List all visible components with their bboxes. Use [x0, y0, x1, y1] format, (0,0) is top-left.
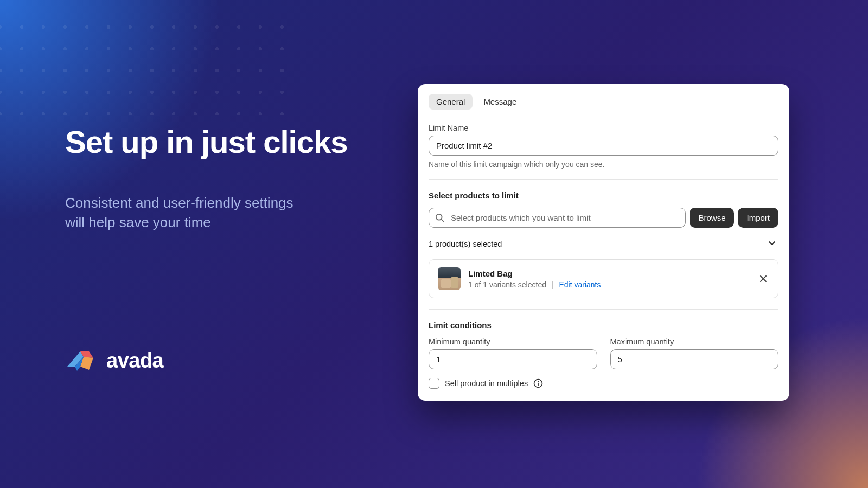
svg-point-3 — [538, 381, 539, 382]
browse-button[interactable]: Browse — [690, 208, 734, 228]
variants-selected-text: 1 of 1 variants selected — [468, 280, 546, 289]
hero-subtitle: Consistent and user-friendly settings wi… — [65, 193, 369, 233]
limit-name-help: Name of this limit campaign which only y… — [429, 160, 778, 169]
tabs: General Message — [429, 94, 778, 110]
min-qty-label: Minimum quantity — [429, 337, 597, 346]
settings-card: General Message Limit Name Name of this … — [418, 84, 789, 401]
limit-name-label: Limit Name — [429, 124, 778, 132]
select-products-title: Select products to limit — [429, 191, 778, 200]
max-qty-input[interactable] — [610, 349, 779, 369]
product-info: Limted Bag 1 of 1 variants selected | Ed… — [468, 269, 750, 289]
sell-multiples-checkbox[interactable] — [429, 378, 439, 389]
product-thumbnail — [438, 267, 461, 290]
dots-pattern — [0, 16, 293, 125]
tab-message[interactable]: Message — [476, 94, 524, 110]
import-button[interactable]: Import — [738, 208, 778, 228]
brand-logo: avada — [65, 347, 163, 374]
remove-product-button[interactable] — [757, 271, 769, 287]
product-search-input[interactable] — [429, 208, 686, 228]
hero-subtitle-line1: Consistent and user-friendly settings — [65, 195, 293, 211]
product-card: Limted Bag 1 of 1 variants selected | Ed… — [429, 259, 778, 298]
brand-name: avada — [106, 349, 163, 373]
hero-section: Set up in just clicks Consistent and use… — [65, 125, 369, 233]
chevron-down-icon[interactable] — [765, 236, 778, 252]
svg-line-1 — [442, 219, 444, 222]
search-icon — [435, 213, 445, 223]
svg-point-0 — [436, 214, 442, 220]
limit-conditions-title: Limit conditions — [429, 320, 778, 330]
max-qty-label: Maximum quantity — [610, 337, 779, 346]
selected-count: 1 product(s) selected — [429, 240, 502, 248]
product-name: Limted Bag — [468, 269, 750, 278]
hero-subtitle-line2: will help save your time — [65, 214, 211, 230]
separator: | — [552, 280, 554, 289]
selected-row: 1 product(s) selected — [429, 236, 778, 252]
min-qty-input[interactable] — [429, 349, 597, 369]
divider — [429, 309, 778, 310]
product-subtext: 1 of 1 variants selected | Edit variants — [468, 280, 750, 289]
search-row: Browse Import — [429, 208, 778, 228]
hero-title: Set up in just clicks — [65, 125, 369, 159]
multiples-row: Sell product in multiples — [429, 378, 778, 389]
tab-general[interactable]: General — [429, 94, 473, 110]
divider — [429, 179, 778, 180]
sell-multiples-label: Sell product in multiples — [445, 379, 528, 388]
edit-variants-link[interactable]: Edit variants — [559, 280, 601, 289]
quantity-row: Minimum quantity Maximum quantity — [429, 337, 778, 369]
svg-rect-4 — [538, 383, 539, 386]
avada-logo-icon — [65, 347, 99, 374]
search-input-wrap — [429, 208, 686, 228]
limit-name-input[interactable] — [429, 136, 778, 156]
info-icon[interactable] — [533, 378, 543, 388]
